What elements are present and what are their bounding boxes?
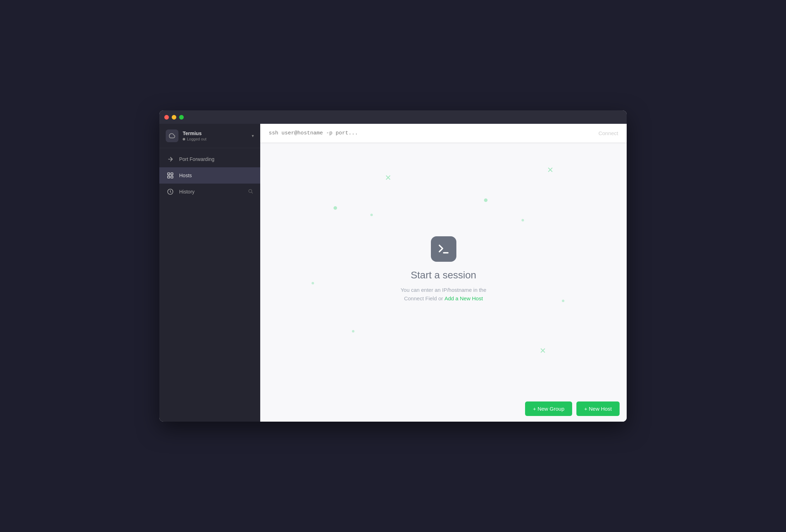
- close-button[interactable]: [164, 115, 169, 120]
- deco-dot-1: [334, 206, 337, 210]
- new-host-button[interactable]: + New Host: [576, 401, 620, 416]
- sidebar: Termius Logged out ▾ Port Forw: [159, 124, 260, 422]
- history-icon: [166, 188, 174, 196]
- new-group-button[interactable]: + New Group: [525, 401, 572, 416]
- avatar: [166, 129, 178, 142]
- deco-dot-3: [522, 219, 524, 221]
- search-icon[interactable]: [248, 189, 253, 195]
- sidebar-item-label-hosts: Hosts: [179, 173, 253, 178]
- deco-cross-2: ✕: [547, 166, 553, 175]
- empty-state: ✕ ✕ ✕ Start a session Yo: [260, 143, 627, 396]
- deco-dot-5: [370, 214, 373, 216]
- deco-cross-1: ✕: [385, 173, 391, 183]
- port-forwarding-icon: [166, 155, 174, 163]
- sidebar-user-info: Termius Logged out: [183, 131, 247, 141]
- connect-bar[interactable]: Connect: [260, 124, 627, 143]
- terminal-icon-box: [431, 236, 456, 262]
- chevron-down-icon: ▾: [252, 133, 254, 138]
- deco-dot-6: [352, 330, 354, 332]
- app-name-label: Termius: [183, 131, 247, 136]
- sidebar-item-history[interactable]: History: [159, 184, 260, 200]
- deco-dot-7: [562, 300, 564, 302]
- svg-line-6: [251, 192, 252, 193]
- hosts-icon: [166, 172, 174, 179]
- content-area: Connect ✕ ✕ ✕: [260, 124, 627, 422]
- bottom-actions: + New Group + New Host: [260, 396, 627, 422]
- svg-rect-2: [168, 176, 170, 178]
- titlebar: [159, 110, 627, 124]
- sidebar-item-port-forwarding[interactable]: Port Forwarding: [159, 151, 260, 167]
- connect-button[interactable]: Connect: [598, 130, 618, 136]
- deco-dot-4: [312, 282, 314, 284]
- svg-point-5: [249, 190, 252, 193]
- app-window: Termius Logged out ▾ Port Forw: [159, 110, 627, 422]
- deco-cross-3: ✕: [540, 346, 546, 355]
- svg-rect-1: [171, 173, 173, 175]
- sidebar-item-label-port-forwarding: Port Forwarding: [179, 156, 253, 162]
- status-dot: [183, 138, 185, 140]
- deco-dot-2: [484, 198, 488, 202]
- main-layout: Termius Logged out ▾ Port Forw: [159, 124, 627, 422]
- maximize-button[interactable]: [179, 115, 184, 120]
- sidebar-item-label-history: History: [179, 189, 243, 195]
- svg-rect-3: [171, 176, 173, 178]
- connect-input[interactable]: [269, 130, 598, 136]
- sidebar-header[interactable]: Termius Logged out ▾: [159, 124, 260, 148]
- terminal-icon: [437, 243, 450, 255]
- sidebar-item-hosts[interactable]: Hosts: [159, 167, 260, 184]
- empty-state-description: You can enter an IP/hostname in the Conn…: [400, 286, 486, 303]
- empty-state-title: Start a session: [411, 270, 476, 281]
- minimize-button[interactable]: [172, 115, 176, 120]
- user-status: Logged out: [183, 137, 247, 141]
- sidebar-nav: Port Forwarding Hosts: [159, 148, 260, 203]
- svg-rect-0: [168, 173, 170, 175]
- add-new-host-link[interactable]: Add a New Host: [444, 295, 483, 301]
